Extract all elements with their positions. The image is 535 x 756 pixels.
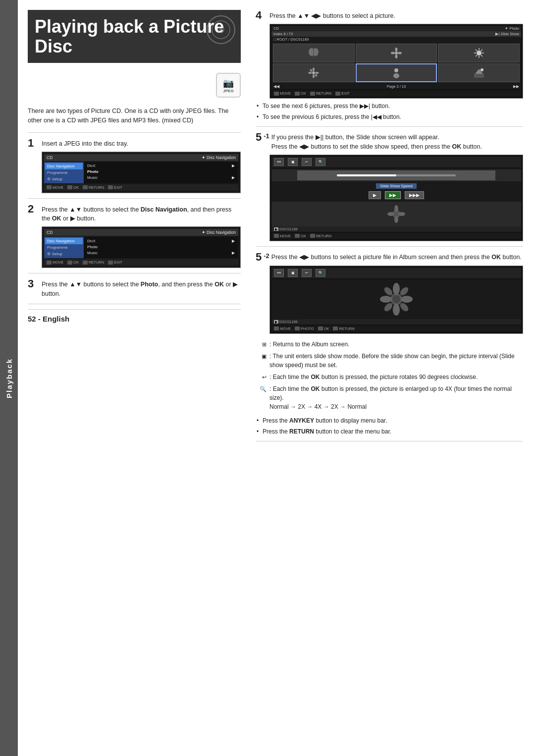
step-2-text: Press the ▲▼ buttons to select the Disc … (42, 204, 241, 224)
svg-point-3 (219, 28, 222, 31)
svg-point-7 (395, 52, 398, 54)
menu-item-setup: ⚙Setup (45, 176, 83, 182)
screen2-menu-disc-nav: Disc Navigation (45, 238, 83, 244)
legend-item-1: ⊞ : Returns to the Album screen. (256, 340, 523, 349)
step-1-block: 1 Insert a JPEG into the disc tray. CD ✦… (28, 138, 241, 193)
fi-footer-ok-icon (318, 326, 323, 330)
svg-line-20 (476, 55, 477, 56)
svg-point-28 (394, 68, 398, 72)
page-title: Playing back a Picture Disc (35, 17, 232, 56)
svg-point-41 (393, 283, 400, 295)
s2-footer-exit-icon (108, 261, 113, 265)
right-column: 4 Press the ▲▼ ◀▶ buttons to select a pi… (256, 10, 523, 746)
photo-path: □ ROOT / DSC01189 (271, 37, 521, 42)
divider-4 (28, 304, 241, 304)
sun-icon (473, 47, 485, 59)
submenu-divx: DivX (86, 163, 236, 169)
photo-index: Index 6 / 73 (273, 32, 293, 36)
ss-footer-move-icon (274, 234, 279, 238)
svg-line-17 (476, 50, 477, 51)
screen2-submenu-photo: Photo (86, 244, 236, 250)
step5-1-number: 5 (256, 132, 262, 143)
footer-move-icon (47, 185, 52, 189)
flower-icon-1 (390, 47, 402, 59)
footer-exit-label: EXIT (114, 185, 122, 190)
photo-page-info: Page 2 / 13 (387, 84, 406, 89)
legend-sym-grid: ⊞ (256, 340, 267, 349)
speed-btn-medium[interactable]: ▶▶ (385, 191, 401, 199)
jpeg-camera-icon: 📷 (223, 78, 234, 89)
step-3-block: 3 Press the ▲▼ buttons to select the Pho… (28, 278, 241, 299)
step4-bullet2: To see the previous 6 pictures, press th… (256, 112, 523, 121)
fi-footer-photo: PHOTO (301, 326, 314, 331)
ps-footer-ok-icon (295, 92, 300, 96)
photo-header-right: ✦ Photo (505, 26, 519, 31)
ps-footer-ok: OK (301, 91, 306, 96)
svg-point-29 (393, 73, 399, 78)
slide-icon-film: ▣ (288, 158, 298, 166)
s2-footer-move-icon (47, 261, 52, 265)
photo-header-left: CD (273, 26, 279, 31)
jpeg-badge: 📷 JPEG (216, 73, 241, 98)
legend-bullet1: Press the ANYKEY button to display menu … (256, 416, 523, 425)
footer-return-icon (83, 185, 88, 189)
legend-text-2: : The unit enters slide show mode. Befor… (269, 352, 523, 370)
cd-decorative-icon (206, 15, 236, 45)
speed-btn-fast[interactable]: ▶▶▶ (405, 191, 424, 199)
ps-footer-exit-icon (335, 92, 340, 96)
photo-thumb-2 (356, 44, 437, 62)
step-4-block: 4 Press the ▲▼ ◀▶ buttons to select a pi… (256, 10, 523, 121)
svg-line-19 (481, 50, 482, 51)
s2-footer-exit: EXIT (114, 260, 122, 265)
divider-1 (28, 132, 241, 133)
ss-footer-return-icon (310, 234, 315, 238)
step5-2-block: 5 -2 Press the ◀▶ buttons to select a pi… (256, 252, 523, 334)
legend-sym-zoom: 🔍 (256, 384, 267, 393)
legend-sym-film: ▣ (256, 352, 267, 361)
svg-point-42 (393, 304, 400, 316)
step5-1-block: 5 -1 If you press the ▶|| button, the Sl… (256, 132, 523, 241)
fi-footer-move: MOVE (280, 326, 291, 331)
svg-point-12 (477, 51, 482, 55)
svg-point-21 (312, 71, 315, 74)
fi-footer-return: RETURN (339, 326, 354, 331)
svg-point-22 (313, 68, 315, 71)
legend-text-1: : Returns to the Album screen. (269, 340, 523, 349)
divider-6 (256, 246, 523, 247)
page-title-block: Playing back a Picture Disc (28, 10, 241, 63)
svg-point-44 (401, 296, 413, 303)
ss-footer-move: MOVE (280, 234, 291, 238)
screen1-header-left: CD (47, 155, 53, 160)
svg-point-8 (395, 48, 397, 52)
speed-btn-slow[interactable]: ▶ (369, 191, 381, 199)
s2-footer-return: RETURN (89, 260, 104, 265)
zoom-sequence: Normal → 2X → 4X → 2X → Normal (269, 403, 367, 410)
footer-exit-icon (108, 185, 113, 189)
slide-icon-zoom: 🔍 (316, 158, 325, 166)
legend-item-4: 🔍 : Each time the OK button is pressed, … (256, 384, 523, 411)
fi-footer-move-icon (274, 326, 279, 330)
screen-mockup-1: CD ✦ Disc Navigation Disc Navigation Pro… (42, 152, 241, 193)
full-flower-image (372, 282, 421, 317)
svg-point-43 (380, 296, 392, 303)
photo-thumb-3 (438, 44, 520, 62)
full-icon-grid: ≡≡ (274, 269, 284, 277)
footer-move-label: MOVE (53, 185, 63, 190)
slide-file-label: ▶ DSC01189 (274, 227, 298, 231)
svg-point-27 (315, 73, 318, 77)
left-column: Playing back a Picture Disc 📷 JPEG (28, 10, 241, 746)
svg-point-36 (394, 216, 398, 223)
legend-sym-rotate: ↩ (256, 373, 267, 381)
page-number: 52 - English (28, 315, 69, 323)
screen-mockup-2: CD ✦ Disc Navigation Disc Navigation Pro… (42, 226, 241, 268)
screen2-menu-setup: ⚙Setup (45, 251, 83, 257)
step-3-number: 3 (28, 278, 38, 289)
screen1-header-right: ✦ Disc Navigation (202, 155, 236, 160)
photo-thumb-1 (273, 44, 355, 62)
slide-icon-grid: ≡≡ (274, 158, 284, 166)
step-2-number: 2 (28, 204, 38, 215)
fi-footer-ok: OK (324, 326, 329, 331)
legend-text-3: : Each time the OK button is pressed, th… (269, 373, 523, 381)
step-1-text: Insert a JPEG into the disc tray. (42, 138, 128, 149)
step5-1-sub: -1 (264, 133, 269, 139)
